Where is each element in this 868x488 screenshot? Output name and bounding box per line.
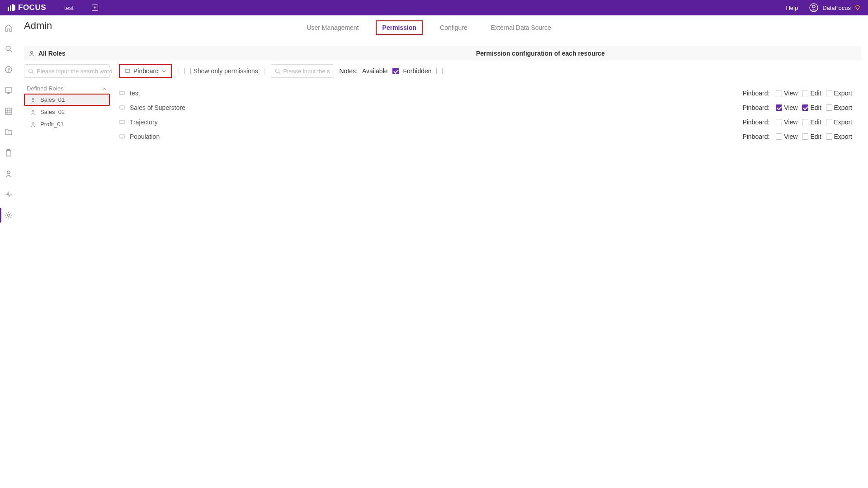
tab-configure[interactable]: Configure <box>434 20 474 35</box>
svg-line-33 <box>279 72 280 74</box>
perm-type-label: Pinboard: <box>742 104 769 111</box>
nav-home-icon[interactable] <box>4 24 13 33</box>
dropdown-label: Pinboard <box>133 67 159 75</box>
nav-activity-icon[interactable] <box>4 190 13 199</box>
svg-point-32 <box>275 69 279 72</box>
resource-row: Trajectory Pinboard: View Edit Export <box>119 115 861 129</box>
resource-type-dropdown[interactable]: Pinboard <box>119 64 172 78</box>
user-name: DataFocus <box>822 5 851 11</box>
nav-folder-icon[interactable] <box>4 128 13 137</box>
chevron-up-icon <box>102 86 107 91</box>
perm-view-label: View <box>784 133 797 140</box>
add-tab-icon[interactable] <box>92 5 98 11</box>
perm-export-label: Export <box>834 118 852 126</box>
svg-rect-0 <box>8 7 9 11</box>
svg-point-28 <box>32 110 34 112</box>
edit-checkbox[interactable] <box>802 104 808 111</box>
export-checkbox[interactable] <box>826 90 832 96</box>
view-checkbox[interactable] <box>776 119 782 125</box>
svg-point-7 <box>6 46 10 51</box>
pinboard-icon <box>119 119 125 125</box>
svg-point-27 <box>32 98 34 100</box>
notes-label: Notes: <box>340 67 358 75</box>
edit-checkbox[interactable] <box>802 90 808 96</box>
search-icon <box>275 68 281 74</box>
edit-checkbox[interactable] <box>802 119 808 125</box>
user-icon <box>30 109 36 115</box>
svg-point-22 <box>7 171 10 174</box>
view-checkbox[interactable] <box>776 104 782 111</box>
perm-type-label: Pinboard: <box>742 118 769 126</box>
show-only-checkbox[interactable] <box>184 68 191 74</box>
show-only-permissions[interactable]: Show only permissions <box>184 67 258 75</box>
resource-search[interactable] <box>271 64 334 78</box>
export-checkbox[interactable] <box>826 119 832 125</box>
perm-view-label: View <box>784 90 797 97</box>
svg-rect-38 <box>120 120 124 123</box>
main-content: Admin User Management Permission Configu… <box>17 15 868 488</box>
perm-edit-label: Edit <box>810 133 821 140</box>
tab-item[interactable]: test <box>64 5 74 11</box>
help-link[interactable]: Help <box>786 5 798 11</box>
export-checkbox[interactable] <box>826 104 832 111</box>
svg-rect-36 <box>120 106 124 109</box>
role-search-input[interactable] <box>37 68 113 75</box>
diamond-icon <box>854 5 861 11</box>
user-icon <box>28 50 35 57</box>
logo[interactable]: FOCUS <box>7 3 46 12</box>
resource-name: Population <box>130 133 742 140</box>
perm-edit-label: Edit <box>810 90 821 97</box>
nav-grid-icon[interactable] <box>4 107 13 116</box>
role-item[interactable]: Sales_01 <box>24 94 110 106</box>
resource-list: test Pinboard: View Edit Export Sales of… <box>110 86 861 144</box>
nav-presentation-icon[interactable] <box>4 86 13 95</box>
view-checkbox[interactable] <box>776 133 782 140</box>
pinboard-icon <box>119 104 125 111</box>
divider: | <box>264 67 265 75</box>
left-nav <box>0 15 17 488</box>
resource-panel: Permission configuration of each resourc… <box>110 46 861 488</box>
role-search[interactable] <box>24 64 110 78</box>
role-name: Sales_02 <box>40 109 65 115</box>
perm-type-label: Pinboard: <box>742 133 769 140</box>
svg-line-8 <box>10 50 12 52</box>
search-icon <box>28 68 34 74</box>
perm-view-label: View <box>784 104 797 111</box>
svg-point-25 <box>29 69 33 72</box>
svg-rect-30 <box>125 69 130 72</box>
tab-permission[interactable]: Permission <box>376 20 423 35</box>
user-menu[interactable]: DataFocus <box>809 3 861 13</box>
top-header: FOCUS test Help DataFocus <box>0 0 868 15</box>
edit-checkbox[interactable] <box>802 133 808 140</box>
tab-external-data-source[interactable]: External Data Source <box>485 20 557 35</box>
defined-roles-toggle[interactable]: Defined Roles <box>24 83 110 94</box>
nav-user-icon[interactable] <box>4 169 13 178</box>
resource-row: Sales of Superstore Pinboard: View Edit … <box>119 100 861 115</box>
export-checkbox[interactable] <box>826 133 832 140</box>
notes-legend: Notes: Available Forbidden <box>340 67 443 75</box>
all-roles-title: All Roles <box>38 50 66 57</box>
resource-panel-title: Permission configuration of each resourc… <box>110 46 861 61</box>
role-item[interactable]: Profit_01 <box>24 118 110 130</box>
nav-clipboard-icon[interactable] <box>4 148 13 157</box>
nav-settings-icon[interactable] <box>4 211 13 220</box>
tab-user-management[interactable]: User Management <box>300 20 365 35</box>
svg-point-10 <box>8 71 9 72</box>
svg-point-29 <box>32 123 34 124</box>
resource-row: test Pinboard: View Edit Export <box>119 86 861 100</box>
svg-point-6 <box>812 5 815 8</box>
pinboard-icon <box>119 133 125 140</box>
nav-help-icon[interactable] <box>4 65 13 74</box>
available-legend-checkbox <box>392 68 399 74</box>
resource-toolbar: Pinboard | Show only permissions | Not <box>110 64 861 78</box>
resource-name: Sales of Superstore <box>130 104 742 111</box>
role-item[interactable]: Sales_02 <box>24 106 110 118</box>
svg-rect-14 <box>5 108 12 114</box>
role-name: Profit_01 <box>40 121 64 128</box>
resource-search-input[interactable] <box>283 68 330 75</box>
svg-rect-40 <box>120 135 124 138</box>
all-roles-header: All Roles <box>24 46 110 61</box>
show-only-label: Show only permissions <box>193 67 258 75</box>
nav-search-icon[interactable] <box>4 44 13 53</box>
view-checkbox[interactable] <box>776 90 782 96</box>
